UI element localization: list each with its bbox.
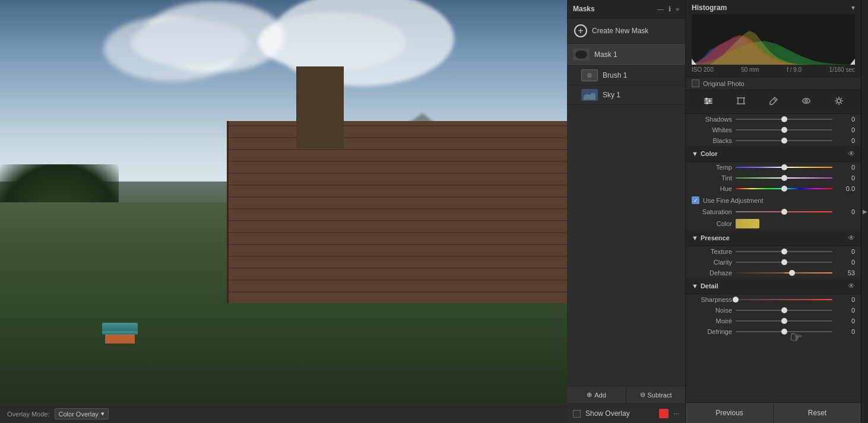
mask-item-brush1[interactable]: Brush 1 (567, 66, 685, 85)
original-photo-row: Original Photo (686, 77, 861, 90)
reset-button[interactable]: Reset (774, 403, 861, 423)
tab-settings[interactable] (829, 94, 848, 110)
create-new-mask-button[interactable]: + Create New Mask (567, 18, 685, 44)
create-new-mask-label: Create New Mask (592, 27, 648, 35)
dehaze-row: Dehaze 53 (686, 268, 861, 278)
defringe-slider[interactable] (736, 331, 832, 332)
histogram-chart (692, 14, 855, 65)
blacks-slider[interactable] (736, 140, 832, 141)
subtract-button[interactable]: ⊖ Subtract (626, 386, 685, 403)
clarity-label: Clarity (692, 259, 732, 266)
tab-brush[interactable] (764, 94, 783, 110)
bench-legs (105, 335, 135, 344)
texture-label: Texture (692, 248, 732, 255)
sharpness-slider[interactable] (736, 299, 832, 300)
add-button[interactable]: ⊕ Add (567, 386, 626, 403)
clarity-value: 0 (836, 259, 855, 266)
saturation-value: 0 (836, 208, 855, 215)
hue-slider[interactable] (736, 188, 832, 189)
svg-point-11 (708, 100, 711, 102)
overlay-color-swatch[interactable] (659, 409, 669, 418)
tab-crop[interactable] (731, 94, 750, 110)
color-label: Color (692, 220, 732, 227)
detail-section-eye-icon[interactable]: 👁 (848, 282, 855, 290)
hue-value: 0.0 (836, 185, 855, 192)
blacks-value: 0 (836, 137, 855, 144)
overlay-mode-chevron-icon: ▾ (101, 410, 104, 418)
mask-item-mask1[interactable]: Mask 1 (567, 44, 685, 66)
shadows-row: Shadows 0 (686, 114, 861, 125)
hue-label: Hue (692, 185, 732, 192)
presence-section-header[interactable]: ▼ Presence 👁 (686, 230, 861, 246)
overlay-mode-select[interactable]: Color Overlay ▾ (55, 408, 109, 419)
svg-marker-6 (850, 59, 855, 65)
svg-point-12 (706, 102, 708, 104)
overlay-mode-label: Overlay Mode: (7, 411, 50, 418)
noise-slider[interactable] (736, 310, 832, 311)
more-options-icon[interactable]: ··· (673, 409, 679, 418)
color-section-title: ▼ Color (692, 150, 718, 157)
detail-section-title: ▼ Detail (692, 282, 718, 290)
masks-expand-icon[interactable]: » (676, 5, 679, 12)
tab-eye[interactable] (797, 94, 816, 110)
detail-section-header[interactable]: ▼ Detail 👁 (686, 278, 861, 294)
tint-label: Tint (692, 174, 732, 182)
clarity-row: Clarity 0 (686, 257, 861, 268)
tab-sliders[interactable] (699, 94, 718, 110)
sky1-thumbnail (581, 89, 598, 101)
cloud-2 (258, 12, 407, 71)
hue-row: Hue 0.0 (686, 183, 861, 194)
overlay-mode-value: Color Overlay (59, 411, 99, 418)
show-overlay-checkbox[interactable] (573, 410, 581, 418)
panel-expand-arrow[interactable]: ▶ (861, 0, 868, 423)
svg-rect-13 (738, 98, 744, 104)
photo-canvas (0, 0, 567, 404)
bench-back (102, 323, 138, 332)
mask-item-sky1[interactable]: Sky 1 (567, 85, 685, 105)
previous-button[interactable]: Previous (686, 403, 774, 423)
histogram-svg (692, 14, 855, 65)
clarity-slider[interactable] (736, 262, 832, 263)
moire-slider[interactable] (736, 320, 832, 322)
color-section-eye-icon[interactable]: 👁 (848, 150, 855, 158)
masks-panel: Masks — ℹ » + Create New Mask (567, 0, 686, 423)
fine-adjustment-checkbox[interactable]: ✓ (692, 196, 699, 204)
mask-list: Mask 1 Brush 1 (567, 44, 685, 386)
tint-slider[interactable] (736, 177, 832, 179)
presence-section-label: Presence (701, 234, 730, 241)
svg-point-19 (803, 98, 810, 103)
histogram-focal: 50 mm (741, 66, 759, 73)
show-overlay-label: Show Overlay (585, 409, 654, 418)
saturation-label: Saturation (692, 208, 732, 215)
masks-info-icon[interactable]: ℹ (669, 5, 671, 13)
bottom-buttons: Previous Reset (686, 402, 861, 423)
stone-wall (227, 121, 567, 303)
masks-title: Masks (573, 5, 595, 13)
saturation-slider[interactable] (736, 211, 832, 212)
controls-area: Shadows 0 Whites 0 Blacks (686, 114, 861, 402)
fine-adjustment-row: ✓ Use Fine Adjustment (686, 194, 861, 206)
tint-value: 0 (836, 174, 855, 182)
dehaze-slider[interactable] (736, 272, 832, 273)
texture-value: 0 (836, 248, 855, 255)
histogram-dropdown-icon[interactable]: ▾ (851, 4, 855, 12)
whites-label: Whites (692, 126, 732, 133)
masks-minimize-icon[interactable]: — (657, 5, 664, 12)
texture-slider[interactable] (736, 251, 832, 252)
svg-line-18 (774, 98, 776, 101)
whites-slider[interactable] (736, 129, 832, 131)
presence-section-eye-icon[interactable]: 👁 (848, 234, 855, 242)
temp-row: Temp 0 (686, 162, 861, 173)
color-swatch[interactable] (736, 219, 759, 228)
sharpness-label: Sharpness (692, 296, 732, 303)
temp-value: 0 (836, 164, 855, 171)
show-overlay-row: Show Overlay ··· (567, 403, 685, 423)
color-section-triangle: ▼ (692, 150, 698, 157)
svg-point-10 (705, 98, 708, 100)
shadows-slider[interactable] (736, 119, 832, 120)
original-photo-checkbox[interactable] (692, 79, 699, 87)
color-section-header[interactable]: ▼ Color 👁 (686, 146, 861, 162)
temp-slider[interactable] (736, 167, 832, 168)
defringe-row: Defringe 0 (686, 326, 861, 337)
bottom-bar: Overlay Mode: Color Overlay ▾ (0, 404, 567, 423)
